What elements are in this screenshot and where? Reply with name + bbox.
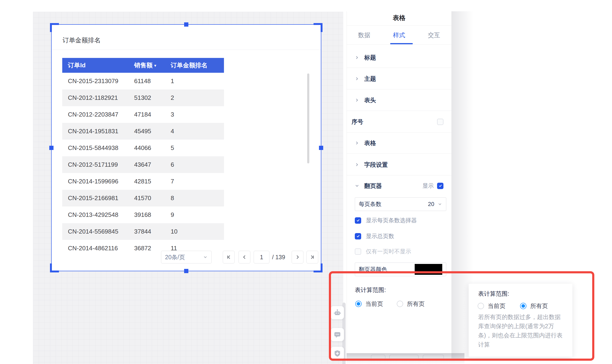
section-table[interactable]: 表格 (347, 138, 451, 148)
divider (347, 111, 451, 111)
selection-corner-bottom-left[interactable] (50, 263, 59, 273)
chevron-right-icon (355, 162, 359, 167)
chevron-down-icon (203, 255, 208, 260)
panel-tabs: 数据 样式 交互 (347, 26, 451, 44)
section-pager[interactable]: 翻页器 显示 (347, 181, 451, 191)
resize-handle-left[interactable] (49, 146, 54, 150)
robot-icon (334, 309, 341, 316)
calc-scope-label: 表计算范围: (355, 286, 386, 294)
table-cell: CN-2014-4862116 (62, 245, 134, 251)
calc-scope-current-page[interactable]: 当前页 (355, 300, 383, 308)
table-row: CN-2014-1951831454954 (62, 123, 224, 140)
prev-page-button[interactable] (238, 251, 250, 263)
resize-handle-top[interactable] (184, 22, 188, 26)
page-size-value: 20 (428, 201, 434, 208)
checkbox-checked[interactable] (355, 217, 361, 224)
data-table: 订单Id 销售额▼ 订单金额排名 CN-2015-2313079611481CN… (62, 58, 224, 251)
divider (347, 44, 451, 45)
table-cell: 11 (171, 245, 224, 251)
radio-selected[interactable] (355, 301, 362, 307)
table-cell: 2 (171, 94, 224, 102)
pager-show-checkbox[interactable] (437, 183, 444, 189)
table-cell: 8 (171, 195, 224, 202)
chevron-left-icon (242, 255, 247, 260)
ai-assistant-button[interactable] (331, 306, 344, 319)
popup-current-page-option[interactable]: 当前页 (478, 302, 505, 310)
radio-unselected[interactable] (478, 303, 484, 309)
table-cell: 47184 (134, 111, 171, 118)
pager-color-field[interactable]: 翻页器颜色 (355, 262, 446, 276)
chat-bubble-icon (334, 331, 341, 338)
sort-desc-icon[interactable]: ▼ (153, 64, 157, 67)
table-cell: 3 (171, 111, 224, 118)
tab-data[interactable]: 数据 (347, 26, 382, 44)
dashboard-canvas[interactable]: 订单金额排名 订单Id 销售额▼ 订单金额排名 CN-2015-23130796… (33, 12, 343, 364)
page-size-field[interactable]: 每页条数 20 (355, 197, 446, 211)
table-cell: 44066 (134, 144, 171, 152)
selection-corner-bottom-right[interactable] (314, 263, 322, 273)
widget-title: 订单金额排名 (62, 36, 101, 45)
resize-handle-bottom[interactable] (184, 269, 188, 273)
column-header-order-id[interactable]: 订单Id (62, 61, 134, 69)
table-scrollbar[interactable] (307, 73, 309, 163)
column-header-rank[interactable]: 订单金额排名 (171, 61, 224, 69)
hide-when-single-page-option[interactable]: 仅有一页时不显示 (355, 247, 444, 255)
next-page-button[interactable] (292, 251, 303, 263)
settings-panel: 表格 数据 样式 交互 标题 主题 表头 序号 表格 字段设置 翻页器 (347, 11, 452, 358)
radio-unselected[interactable] (397, 301, 403, 307)
security-button[interactable] (331, 347, 344, 360)
checkbox-checked[interactable] (355, 233, 361, 239)
table-row: CN-2014-48621163687211 (62, 240, 224, 251)
last-page-icon (310, 255, 315, 260)
section-title[interactable]: 标题 (347, 53, 451, 62)
show-page-size-selector-option[interactable]: 显示每页条数选择器 (355, 216, 444, 224)
current-page-input[interactable]: 1 (254, 251, 269, 263)
calc-scope-popup: 表计算范围: 当前页 所有页 若所有页的数据过多，超出数据库查询保护的上限(通常… (469, 284, 572, 357)
radio-selected[interactable] (520, 303, 527, 309)
table-row: CN-2014-1599696428157 (62, 173, 224, 190)
calc-scope-all-pages[interactable]: 所有页 (397, 300, 425, 308)
show-total-pages-option[interactable]: 显示总页数 (355, 232, 444, 240)
tab-interaction[interactable]: 交互 (417, 26, 451, 44)
page-size-select[interactable]: 20条/页 (161, 251, 212, 263)
table-cell: 4 (171, 128, 224, 135)
chevron-right-icon (295, 255, 300, 260)
section-field-settings[interactable]: 字段设置 (347, 160, 451, 169)
chevron-right-icon (355, 141, 359, 145)
table-cell: CN-2015-5844938 (62, 144, 134, 152)
table-cell: 61148 (134, 78, 171, 85)
serial-number-checkbox[interactable] (437, 119, 444, 125)
color-swatch[interactable] (415, 264, 442, 275)
table-row: CN-2012-2203847471843 (62, 106, 224, 123)
table-widget[interactable]: 订单金额排名 订单Id 销售额▼ 订单金额排名 CN-2015-23130796… (51, 24, 321, 271)
active-tab-underline (390, 43, 413, 44)
table-cell: 42815 (134, 178, 171, 185)
column-header-sales[interactable]: 销售额▼ (134, 61, 171, 69)
table-cell: 6 (171, 161, 224, 168)
table-header-row: 订单Id 销售额▼ 订单金额排名 (62, 58, 224, 73)
resize-handle-right[interactable] (319, 146, 323, 150)
panel-title: 表格 (347, 13, 451, 23)
table-row: CN-2014-55698453784410 (62, 223, 224, 240)
section-theme[interactable]: 主题 (347, 74, 451, 83)
divider (347, 132, 451, 132)
selection-corner-top-left[interactable] (50, 23, 59, 32)
chevron-right-icon (355, 98, 359, 102)
popup-radio-group: 当前页 所有页 (478, 302, 548, 310)
check-icon (356, 234, 360, 238)
table-row: CN-2013-4292548391689 (62, 207, 224, 223)
shield-plus-icon (334, 350, 341, 357)
section-table-header[interactable]: 表头 (347, 95, 451, 105)
divider (347, 67, 451, 68)
last-page-button[interactable] (306, 251, 318, 263)
checkbox-unchecked[interactable] (355, 248, 361, 255)
selection-corner-top-right[interactable] (314, 23, 322, 32)
chevron-right-icon (355, 55, 359, 60)
popup-all-pages-option[interactable]: 所有页 (520, 302, 548, 310)
first-page-button[interactable] (223, 251, 235, 263)
table-row: CN-2012-5171199436476 (62, 156, 224, 173)
table-cell: 1 (171, 78, 224, 85)
popup-note-text: 若所有页的数据过多，超出数据库查询保护的上限(通常为2万条)，则也会在上限范围内… (478, 312, 566, 349)
comments-button[interactable] (331, 328, 344, 341)
tab-style[interactable]: 样式 (382, 26, 417, 44)
